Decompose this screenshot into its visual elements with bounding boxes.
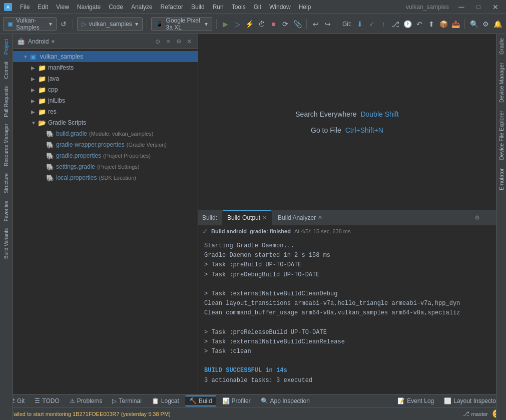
panel-settings-btn[interactable]: ⚙ <box>174 37 183 46</box>
menu-code[interactable]: Code <box>105 3 127 12</box>
notifications-btn[interactable]: 🔔 <box>493 18 503 31</box>
git-push-btn[interactable]: ↑ <box>378 18 388 31</box>
search-btn[interactable]: 🔍 <box>469 18 479 31</box>
scope-btn[interactable]: ⊙ <box>153 37 162 46</box>
tab-layout-inspector[interactable]: ⬜ Layout Inspector <box>440 396 502 405</box>
tab-profiler[interactable]: 📊 Profiler <box>218 396 255 405</box>
collapse-all-btn[interactable]: ≡ <box>164 37 173 46</box>
sidebar-item-commit[interactable]: Commit <box>2 59 11 82</box>
sidebar-right-device-manager[interactable]: Device Manager <box>497 59 506 107</box>
menu-tools[interactable]: Tools <box>228 3 250 12</box>
tab-todo[interactable]: ☰ TODO <box>31 396 63 405</box>
tab-build-analyzer-close[interactable]: ✕ <box>318 214 322 221</box>
tab-build-output[interactable]: Build Output ✕ <box>222 210 272 225</box>
sidebar-right-gradle[interactable]: Gradle <box>497 34 506 59</box>
undo-btn[interactable]: ↩ <box>311 18 321 31</box>
git-stash-btn[interactable]: 📦 <box>438 18 448 31</box>
close-btn[interactable]: ✕ <box>489 1 502 14</box>
attach-btn[interactable]: 📎 <box>292 18 302 31</box>
minimize-btn[interactable]: ─ <box>455 1 468 14</box>
debug-btn[interactable]: ▷ <box>233 18 243 31</box>
sidebar-item-pull-requests[interactable]: Pull Requests <box>2 83 11 120</box>
tab-problems[interactable]: ⚠ Problems <box>66 396 107 405</box>
folder-icon-jnilibs: 📁 <box>38 97 46 105</box>
status-warning-text: Failed to start monitoring 1B271FDEE003R… <box>11 411 171 417</box>
project-panel-header: 🤖 Android ▾ ⊙ ≡ ⚙ ✕ <box>13 34 198 49</box>
tree-item-settings-gradle[interactable]: 🐘 settings.gradle (Project Settings) <box>13 161 198 172</box>
git-fetch-btn[interactable]: ⬆ <box>426 18 436 31</box>
git-tab-label: Git <box>17 397 25 404</box>
sync-btn[interactable]: ⟳ <box>280 18 290 31</box>
tree-item-java[interactable]: ▶ 📁 java <box>13 73 198 84</box>
project-dropdown[interactable]: ▣ Vulkan-Samples ▾ <box>3 17 57 31</box>
git-history-btn[interactable]: 🕐 <box>402 18 412 31</box>
android-icon: 🤖 <box>17 38 25 45</box>
profiler-tab-icon: 📊 <box>222 397 230 404</box>
menu-edit[interactable]: Edit <box>34 3 52 12</box>
menu-git[interactable]: Git <box>250 3 265 12</box>
menu-file[interactable]: File <box>16 3 34 12</box>
tree-sublabel-settings-gradle: (Project Settings) <box>97 164 139 170</box>
git-update-btn[interactable]: ⬇ <box>355 18 365 31</box>
sidebar-item-build-variants[interactable]: Build Variants <box>2 225 11 262</box>
tree-item-root[interactable]: ▼ ▣ vulkan_samples <box>13 51 198 62</box>
tree-item-gradle-properties[interactable]: 🐘 gradle.properties (Project Properties) <box>13 150 198 161</box>
git-branch-status[interactable]: ⎇ master <box>463 410 488 417</box>
device-dropdown[interactable]: 📱 Google Pixel 3a XL ▾ <box>151 17 212 31</box>
tab-build-output-close[interactable]: ✕ <box>262 215 267 221</box>
git-commit-btn[interactable]: ✓ <box>367 18 377 31</box>
tab-build-analyzer-label: Build Analyzer <box>278 214 316 221</box>
refresh-project-btn[interactable]: ↺ <box>59 18 69 31</box>
tree-item-local-properties[interactable]: 🐘 local.properties (SDK Location) <box>13 172 198 183</box>
run-with-coverage-btn[interactable]: ⚡ <box>245 18 255 31</box>
git-rollback-btn[interactable]: ↶ <box>414 18 424 31</box>
redo-btn[interactable]: ↪ <box>323 18 333 31</box>
menu-refactor[interactable]: Refactor <box>157 3 187 12</box>
build-minimize-btn[interactable]: ─ <box>483 213 492 222</box>
menu-view[interactable]: View <box>52 3 73 12</box>
sidebar-item-structure[interactable]: Structure <box>2 170 11 197</box>
menu-run[interactable]: Run <box>209 3 228 12</box>
problems-tab-label: Problems <box>77 397 103 404</box>
terminal-tab-label: Terminal <box>119 397 141 404</box>
build-output[interactable]: Starting Gradle Daemon... Gradle Daemon … <box>198 237 496 420</box>
tab-logcat[interactable]: 📋 Logcat <box>148 396 183 405</box>
event-log-tab-label: Event Log <box>407 397 434 404</box>
tree-item-jnilibs[interactable]: ▶ 📁 jniLibs <box>13 95 198 106</box>
config-chevron-icon: ▾ <box>135 21 138 28</box>
menu-navigate[interactable]: Navigate <box>73 3 105 12</box>
menu-analyze[interactable]: Analyze <box>127 3 157 12</box>
run-btn[interactable]: ▶ <box>221 18 231 31</box>
android-dropdown-icon[interactable]: ▾ <box>52 38 55 45</box>
tab-app-inspection[interactable]: 🔍 App Inspection <box>257 396 314 405</box>
tree-sublabel-gradle-wrapper: (Gradle Version) <box>127 142 167 148</box>
sidebar-item-resource-manager[interactable]: Resource Manager <box>2 121 11 169</box>
tab-terminal[interactable]: ▷ Terminal <box>108 396 145 405</box>
tree-item-manifests[interactable]: ▶ 📁 manifests <box>13 62 198 73</box>
tree-item-build-gradle[interactable]: 🐘 build.gradle (Module: vulkan_samples) <box>13 128 198 139</box>
sidebar-item-project[interactable]: Project <box>2 36 11 58</box>
menu-help[interactable]: Help <box>295 3 315 12</box>
tree-item-res[interactable]: ▶ 📁 res <box>13 106 198 117</box>
sidebar-item-favorites[interactable]: Favorites <box>2 198 11 224</box>
tree-item-cpp[interactable]: ▶ 📁 cpp <box>13 84 198 95</box>
tab-build-analyzer[interactable]: Build Analyzer ✕ <box>273 210 327 225</box>
center-content: 🤖 Android ▾ ⊙ ≡ ⚙ ✕ <box>13 34 496 420</box>
git-branch-btn[interactable]: ⎇ <box>390 18 400 31</box>
tree-item-gradle-scripts[interactable]: ▼ 📂 Gradle Scripts <box>13 117 198 128</box>
sidebar-right-device-file-explorer[interactable]: Device File Explorer <box>497 107 506 164</box>
settings-btn[interactable]: ⚙ <box>481 18 491 31</box>
build-settings-btn[interactable]: ⚙ <box>472 213 481 222</box>
config-dropdown[interactable]: ▷ vulkan_samples ▾ <box>77 17 143 31</box>
git-unstash-btn[interactable]: 📤 <box>450 18 460 31</box>
tab-event-log[interactable]: 📝 Event Log <box>393 396 438 405</box>
sidebar-right-emulator[interactable]: Emulator <box>497 164 506 194</box>
menu-build[interactable]: Build <box>187 3 209 12</box>
stop-btn[interactable]: ■ <box>269 18 279 31</box>
tab-build[interactable]: 🔨 Build <box>185 395 216 406</box>
tree-item-gradle-wrapper[interactable]: 🐘 gradle-wrapper.properties (Gradle Vers… <box>13 139 198 150</box>
panel-close-btn[interactable]: ✕ <box>185 37 194 46</box>
profile-btn[interactable]: ⏱ <box>257 18 267 31</box>
menu-window[interactable]: Window <box>265 3 295 12</box>
maximize-btn[interactable]: □ <box>472 1 485 14</box>
